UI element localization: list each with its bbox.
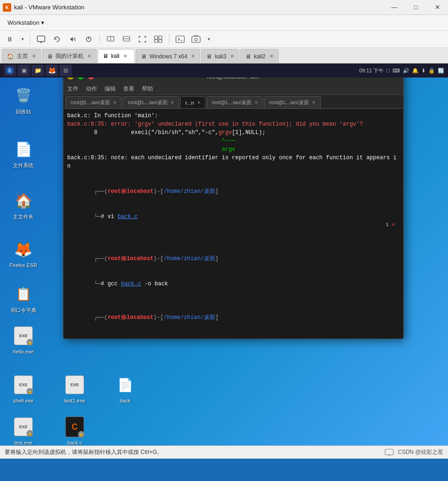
desktop-icon-testexe[interactable]: EXE 🔒 test.exe <box>5 414 42 446</box>
desktop-icon-wordlist[interactable]: 📋 弱口令字典 <box>5 281 42 316</box>
status-right: CSDN @炫彩之星 <box>385 448 443 456</box>
wordlist-label: 弱口令字典 <box>11 307 36 314</box>
desktop-icon-backc[interactable]: C 🔒 back.c <box>56 414 93 446</box>
terminal-menu-action[interactable]: 动作 <box>86 85 97 93</box>
kali2-tab-label: kali2 <box>254 53 266 60</box>
helloexe-lock: 🔒 <box>27 339 33 346</box>
tab-win7[interactable]: 🖥 Windows 7 x64 ✕ <box>136 49 200 63</box>
terminal-tab-2[interactable]: root@L...ian/桌面 ✕ <box>123 96 179 108</box>
kali-tab-label: kali <box>111 53 119 59</box>
helloexe-img: EXE 🔒 <box>14 326 33 345</box>
term-line-12: └─# cp back .bin/ <box>67 330 399 339</box>
fullscreen-button[interactable] <box>135 33 149 46</box>
snapshot-button[interactable] <box>34 33 48 46</box>
power-button[interactable] <box>82 33 96 46</box>
terminal-tab-4-label: root@L...ian/桌面 <box>212 99 252 106</box>
desktop-icon-firefox[interactable]: 🦊 Firefox ESR <box>5 236 42 270</box>
backc-label: back.c <box>67 440 82 446</box>
desktop-icon-shellexe[interactable]: EXE 🔒 shell.exe <box>5 372 42 405</box>
term-line-8: └─# vi back.c 1 ✕ <box>67 204 399 238</box>
tab-mypc[interactable]: 🖥 我的计算机 ✕ <box>42 49 97 63</box>
firefox-taskbar-button[interactable]: 🦊 <box>46 65 58 76</box>
terminal-tabs: root@L...ian/桌面 ✕ root@L...ian/桌面 ✕ r...… <box>63 95 403 109</box>
desktop-icon-back[interactable]: 📄 back <box>106 372 144 405</box>
console-button[interactable] <box>173 33 187 46</box>
minimize-button[interactable]: — <box>384 0 405 15</box>
desktop-icon-trash[interactable]: 🗑️ 回收站 <box>5 82 42 117</box>
tab-kali2[interactable]: 🖥 kali2 ✕ <box>240 49 279 63</box>
test1exe-label: test1.exe <box>64 398 85 403</box>
terminal-menu-edit[interactable]: 编辑 <box>105 85 116 93</box>
mypc-tab-close[interactable]: ✕ <box>87 53 91 59</box>
desktop-icon-homefolder[interactable]: 🏠 主文件夹 <box>5 187 42 222</box>
terminal-body[interactable]: back.c: In function 'main': back.c:8:35:… <box>63 109 403 339</box>
workstation-menu[interactable]: Workstation ▾ <box>2 17 50 28</box>
screenshot-button[interactable] <box>189 33 203 46</box>
kali3-tab-icon: 🖥 <box>206 53 212 60</box>
win7-tab-close[interactable]: ✕ <box>191 53 195 59</box>
terminal-menu-view[interactable]: 查看 <box>123 85 134 93</box>
homefolder-icon: 🏠 <box>12 189 35 212</box>
term-line-2: back.c:8:35: error: 'grgv' undeclared (f… <box>67 120 399 128</box>
view-button-1[interactable] <box>104 33 118 46</box>
terminal-tab-3-close[interactable]: ✕ <box>197 100 201 105</box>
view-button-2[interactable] <box>119 33 133 46</box>
terminal-tab-4-close[interactable]: ✕ <box>254 100 258 105</box>
terminal-tab-3-label: r...n <box>185 100 194 106</box>
term-line-11: ┌──(root㉿locahost)-[/home/zhian/桌面] <box>67 305 399 330</box>
testexe-label: test.exe <box>14 440 33 446</box>
mypc-tab-label: 我的计算机 <box>56 52 84 60</box>
terminal-tab-1[interactable]: root@L...ian/桌面 ✕ <box>65 96 122 108</box>
svg-rect-9 <box>154 36 158 39</box>
desktop-icon-test1exe[interactable]: EXE test1.exe <box>56 372 93 405</box>
desktop-icon-filesystem[interactable]: 📄 文件系统 <box>5 136 42 171</box>
svg-rect-15 <box>192 36 200 42</box>
terminal-tab-5-close[interactable]: ✕ <box>312 100 315 105</box>
shellexe-lock: 🔒 <box>27 388 33 395</box>
unity-button[interactable] <box>151 33 165 46</box>
revert-button[interactable] <box>50 33 64 46</box>
tab-kali[interactable]: 🖥 kali ✕ <box>98 49 135 63</box>
backc-lock: 🔒 <box>78 431 84 438</box>
apps-button[interactable]: ⊞ <box>60 65 72 76</box>
pause-dropdown[interactable]: ▾ <box>19 33 26 46</box>
desktop-icon-helloexe[interactable]: EXE 🔒 hello.exe <box>5 323 42 356</box>
tab-home[interactable]: 🏠 主页 ✕ <box>2 49 41 63</box>
terminal-tab-1-close[interactable]: ✕ <box>113 100 117 105</box>
kali2-tab-close[interactable]: ✕ <box>269 53 273 59</box>
terminal-taskbar-button[interactable]: ▣ <box>18 65 30 76</box>
testexe-icon: EXE 🔒 <box>12 416 35 438</box>
shellexe-icon: EXE 🔒 <box>12 374 35 396</box>
win7-tab-label: Windows 7 x64 <box>149 53 187 60</box>
toolbar-sep-2 <box>99 34 100 44</box>
kali3-tab-close[interactable]: ✕ <box>230 53 234 59</box>
toolbar: ⏸ ▾ <box>0 31 448 48</box>
terminal-menu-file[interactable]: 文件 <box>67 85 78 93</box>
pause-button[interactable]: ⏸ <box>3 33 17 46</box>
home-tab-close[interactable]: ✕ <box>32 53 36 59</box>
terminal-tab-5[interactable]: root@L...ian/桌面 ✕ <box>264 96 321 108</box>
files-taskbar-button[interactable]: 📁 <box>32 65 44 76</box>
screenshot-dropdown[interactable]: ▾ <box>205 33 212 46</box>
menu-bar: Workstation ▾ <box>0 15 448 31</box>
terminal-tab-4[interactable]: root@L...ian/桌面 ✕ <box>207 96 263 108</box>
kali-topbar-right: 09:11 下午 □ ⌨ 🔊 🔔 ⬇ 🔒 🔄 <box>359 67 444 74</box>
app-icon: K <box>3 3 11 12</box>
close-button[interactable]: ✕ <box>427 0 448 15</box>
kali-tray-notify: 🔔 <box>412 68 419 74</box>
suspend-button[interactable] <box>66 33 80 46</box>
status-bar: 要将输入定向到该虚拟机，请将鼠标指针移入其中或按 Ctrl+G。 CSDN @炫… <box>0 446 448 459</box>
terminal-menu-help[interactable]: 帮助 <box>142 85 153 93</box>
maximize-button[interactable]: □ <box>405 0 427 15</box>
kali-tray-keyboard: ⌨ <box>392 68 400 74</box>
terminal-tab-3[interactable]: r...n ✕ <box>180 96 205 108</box>
kali-menu-button[interactable]: K <box>4 65 16 76</box>
kali-tray-lock: 🔒 <box>428 68 435 74</box>
terminal-tab-2-close[interactable]: ✕ <box>170 100 174 105</box>
testexe-lock: 🔒 <box>27 430 33 437</box>
kali-time: 09:11 下午 <box>359 67 384 74</box>
term-line-3: 8 execl("/bin/sh","sh","-c",grgv[1],NULL… <box>67 128 399 137</box>
tab-kali3[interactable]: 🖥 kali3 ✕ <box>201 49 239 63</box>
kali-tab-close[interactable]: ✕ <box>123 53 127 59</box>
toolbar-sep-1 <box>30 34 30 44</box>
